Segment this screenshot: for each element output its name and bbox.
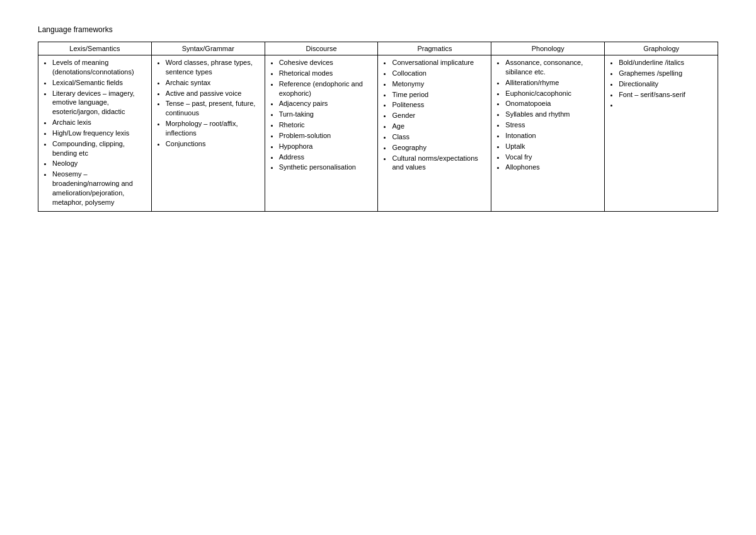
list-item: Politeness <box>392 100 487 110</box>
list-item: Hypophora <box>279 142 374 151</box>
list-item: High/Low frequency lexis <box>52 129 147 138</box>
list-item: Conversational implicature <box>392 58 487 67</box>
list-item: Synthetic personalisation <box>279 163 374 172</box>
list-item: Tense – past, present, future, continuou… <box>166 99 261 118</box>
list-item: Uptalk <box>505 142 600 151</box>
column-content-3: Conversational implicatureCollocationMet… <box>378 55 491 212</box>
list-item: Archaic lexis <box>52 118 147 127</box>
list-item: Collocation <box>392 69 487 78</box>
column-header-0: Lexis/Semantics <box>38 42 152 55</box>
list-item: Font – serif/sans-serif <box>619 90 714 100</box>
list-item: Conjunctions <box>166 139 261 149</box>
list-item: Adjacency pairs <box>279 99 374 108</box>
list-item: Class <box>392 132 487 142</box>
column-header-5: Graphology <box>605 42 718 55</box>
list-item <box>619 100 714 110</box>
list-item: Turn-taking <box>279 110 374 119</box>
language-frameworks-table: Lexis/SemanticsSyntax/GrammarDiscoursePr… <box>38 42 718 212</box>
list-item: Compounding, clipping, bending etc <box>52 139 147 158</box>
list-item: Onomatopoeia <box>505 99 600 108</box>
column-header-3: Pragmatics <box>378 42 491 55</box>
list-item: Alliteration/rhyme <box>505 78 600 88</box>
list-item: Bold/underline /italics <box>619 58 714 67</box>
list-item: Age <box>392 122 487 131</box>
column-header-1: Syntax/Grammar <box>151 42 265 55</box>
list-item: Stress <box>505 120 600 130</box>
list-item: Rhetoric <box>279 120 374 130</box>
list-item: Vocal fry <box>505 152 600 162</box>
list-item: Graphemes /spelling <box>619 69 714 78</box>
list-item: Directionality <box>619 79 714 89</box>
column-content-4: Assonance, consonance, sibilance etc.All… <box>491 55 605 212</box>
list-item: Time period <box>392 90 487 100</box>
list-item: Reference (endophoric and exophoric) <box>279 79 374 98</box>
list-item: Intonation <box>505 131 600 141</box>
list-item: Archaic syntax <box>166 78 261 88</box>
list-item: Syllables and rhythm <box>505 110 600 119</box>
column-content-1: Word classes, phrase types, sentence typ… <box>151 55 265 212</box>
list-item: Gender <box>392 111 487 120</box>
list-item: Cultural norms/expectations and values <box>392 154 487 173</box>
list-item: Morphology – root/affix, inflections <box>166 119 261 138</box>
page-title: Language frameworks <box>38 25 718 34</box>
column-content-0: Levels of meaning (denotations/connotati… <box>38 55 152 212</box>
list-item: Rhetorical modes <box>279 69 374 78</box>
list-item: Metonymy <box>392 79 487 89</box>
list-item: Lexical/Semantic fields <box>52 78 147 88</box>
column-header-4: Phonology <box>491 42 605 55</box>
list-item: Neosemy – broadening/narrowing and ameli… <box>52 170 147 207</box>
list-item: Problem-solution <box>279 131 374 141</box>
list-item: Address <box>279 152 374 162</box>
column-content-5: Bold/underline /italicsGraphemes /spelli… <box>605 55 718 212</box>
list-item: Cohesive devices <box>279 58 374 67</box>
list-item: Assonance, consonance, sibilance etc. <box>505 58 600 77</box>
list-item: Active and passive voice <box>166 89 261 98</box>
list-item: Literary devices – imagery, emotive lang… <box>52 89 147 117</box>
list-item: Geography <box>392 143 487 152</box>
column-header-2: Discourse <box>265 42 378 55</box>
list-item: Levels of meaning (denotations/connotati… <box>52 58 147 77</box>
list-item: Allophones <box>505 163 600 172</box>
list-item: Euphonic/cacophonic <box>505 89 600 98</box>
list-item: Word classes, phrase types, sentence typ… <box>166 58 261 77</box>
column-content-2: Cohesive devicesRhetorical modesReferenc… <box>265 55 378 212</box>
list-item: Neology <box>52 159 147 168</box>
